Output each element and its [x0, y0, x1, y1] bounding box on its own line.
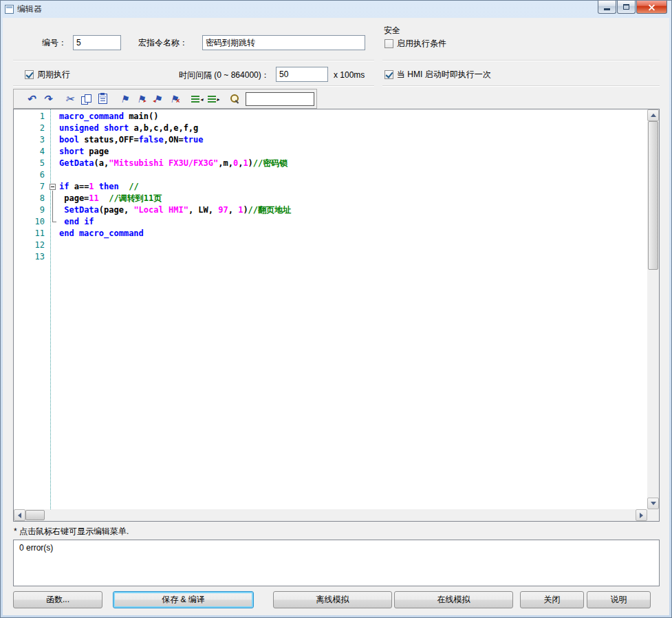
vertical-scrollbar[interactable]	[647, 109, 659, 509]
copy-button[interactable]	[78, 92, 94, 107]
macro-name-label: 宏指令名称：	[138, 37, 188, 48]
online-sim-button[interactable]: 在线模拟	[394, 591, 513, 608]
functions-button[interactable]: 函数...	[13, 591, 102, 608]
indent-button[interactable]	[188, 92, 204, 107]
startup-checkbox-row: 当 HMI 启动时即执行一次	[384, 70, 491, 80]
find-input[interactable]	[246, 92, 314, 106]
code-text: end macro_command	[59, 228, 144, 239]
error-text: 0 error(s)	[19, 543, 53, 553]
separator	[13, 85, 374, 87]
window-controls	[597, 1, 667, 14]
code-text: macro_command main()	[59, 111, 159, 122]
separator	[13, 60, 374, 61]
cut-button[interactable]	[62, 92, 77, 107]
enable-condition-checkbox-row: 启用执行条件	[384, 39, 446, 49]
error-output[interactable]: 0 error(s)	[13, 540, 660, 586]
maximize-icon	[623, 4, 629, 10]
code-text: unsigned short a,b,c,d,e,f,g	[59, 122, 198, 134]
code-lines: 1macro_command main()2unsigned short a,b…	[14, 111, 647, 263]
periodic-checkbox-row: 周期执行	[25, 70, 70, 80]
code-text: if a==1 then //	[59, 181, 139, 193]
fold-guide	[47, 146, 59, 158]
redo-button[interactable]	[40, 92, 55, 107]
code-line[interactable]: 1macro_command main()	[14, 111, 647, 122]
code-line[interactable]: 5GetData(a,"Mitsubishi FX3U/FX3G",m,0,1)…	[14, 158, 647, 169]
titlebar[interactable]: 编辑器	[1, 1, 671, 18]
save-compile-button[interactable]: 保存 & 编译	[113, 591, 254, 608]
offline-sim-button[interactable]: 离线模拟	[273, 591, 392, 608]
number-label: 编号：	[42, 37, 67, 48]
code-line[interactable]: 2unsigned short a,b,c,d,e,f,g	[14, 122, 647, 134]
number-input[interactable]	[73, 35, 121, 50]
fold-guide	[47, 111, 59, 122]
editor-window: 编辑器 编号： 宏指令名称： 安全 启用执行条件 周期执行 时间间隔 (0 ~ …	[0, 0, 672, 618]
close-dialog-button[interactable]: 关闭	[520, 591, 584, 608]
edit-menu-hint: * 点击鼠标右键可显示编辑菜单.	[14, 526, 129, 537]
interval-unit-label: x 100ms	[334, 70, 365, 81]
dialog-buttons: 函数... 保存 & 编译 离线模拟 在线模拟 关闭 说明	[13, 591, 659, 608]
code-line[interactable]: 4short page	[14, 146, 647, 158]
code-area[interactable]: 1macro_command main()2unsigned short a,b…	[14, 109, 647, 509]
fold-guide	[47, 193, 59, 204]
fold-guide	[47, 216, 59, 228]
code-line[interactable]: 6	[14, 169, 647, 181]
code-line[interactable]: 8 page=11 //调转到11页	[14, 193, 647, 204]
enable-condition-label: 启用执行条件	[397, 38, 446, 50]
fold-collapse-icon[interactable]	[47, 181, 59, 193]
undo-icon	[27, 93, 36, 105]
code-line[interactable]: 7if a==1 then //	[14, 181, 647, 193]
bookmark-clear-icon	[170, 94, 179, 105]
macro-name-input[interactable]	[202, 35, 365, 50]
code-line[interactable]: 13	[14, 251, 647, 263]
fold-guide	[47, 158, 59, 169]
interval-label: 时间间隔 (0 ~ 864000)：	[179, 70, 270, 81]
code-editor: 1macro_command main()2unsigned short a,b…	[13, 109, 660, 522]
scroll-up-button[interactable]	[647, 109, 659, 121]
fold-guide	[47, 122, 59, 134]
arrow-left-icon	[18, 513, 21, 518]
line-number: 10	[14, 216, 47, 228]
arrow-down-icon	[651, 502, 656, 505]
bookmark-clear-button[interactable]	[166, 92, 182, 107]
security-group-label: 安全	[384, 25, 400, 36]
arrow-right-icon	[640, 513, 643, 518]
close-button[interactable]	[636, 1, 667, 14]
scroll-right-button[interactable]	[636, 509, 647, 521]
bookmark-prev-icon	[153, 94, 162, 105]
minimize-button[interactable]	[598, 1, 616, 14]
bookmark-toggle-button[interactable]	[117, 92, 132, 107]
code-text: page=11 //调转到11页	[59, 193, 162, 204]
periodic-checkbox[interactable]	[25, 70, 34, 79]
fold-guide	[47, 251, 59, 263]
outdent-button[interactable]	[205, 92, 220, 107]
line-number: 8	[14, 193, 47, 204]
separator	[382, 85, 660, 87]
code-line[interactable]: 12	[14, 239, 647, 251]
help-button[interactable]: 说明	[587, 591, 651, 608]
code-line[interactable]: 3bool status,OFF=false,ON=true	[14, 134, 647, 146]
bookmark-next-button[interactable]	[133, 92, 149, 107]
line-number: 11	[14, 228, 47, 239]
enable-condition-checkbox[interactable]	[384, 39, 393, 48]
code-line[interactable]: 10 end if	[14, 216, 647, 228]
paste-button[interactable]	[95, 92, 110, 107]
maximize-button[interactable]	[617, 1, 636, 14]
code-text: end if	[59, 216, 94, 228]
scroll-down-button[interactable]	[647, 498, 659, 509]
bookmark-prev-button[interactable]	[150, 92, 165, 107]
dialog-content: 编号： 宏指令名称： 安全 启用执行条件 周期执行 时间间隔 (0 ~ 8640…	[3, 18, 669, 615]
horizontal-scrollbar[interactable]	[14, 509, 647, 521]
fold-guide	[47, 169, 59, 181]
code-text: SetData(page, "Local HMI", LW, 97, 1)//翻…	[59, 204, 291, 216]
scroll-left-button[interactable]	[14, 509, 25, 521]
horizontal-scroll-thumb[interactable]	[25, 510, 45, 520]
minimize-icon	[604, 8, 610, 10]
periodic-label: 周期执行	[37, 69, 70, 81]
code-line[interactable]: 9 SetData(page, "Local HMI", LW, 97, 1)/…	[14, 204, 647, 216]
startup-checkbox[interactable]	[384, 70, 393, 79]
vertical-scroll-thumb[interactable]	[648, 121, 658, 270]
code-line[interactable]: 11end macro_command	[14, 228, 647, 239]
find-button[interactable]	[227, 92, 242, 107]
interval-input[interactable]	[276, 67, 328, 82]
undo-button[interactable]	[23, 92, 39, 107]
